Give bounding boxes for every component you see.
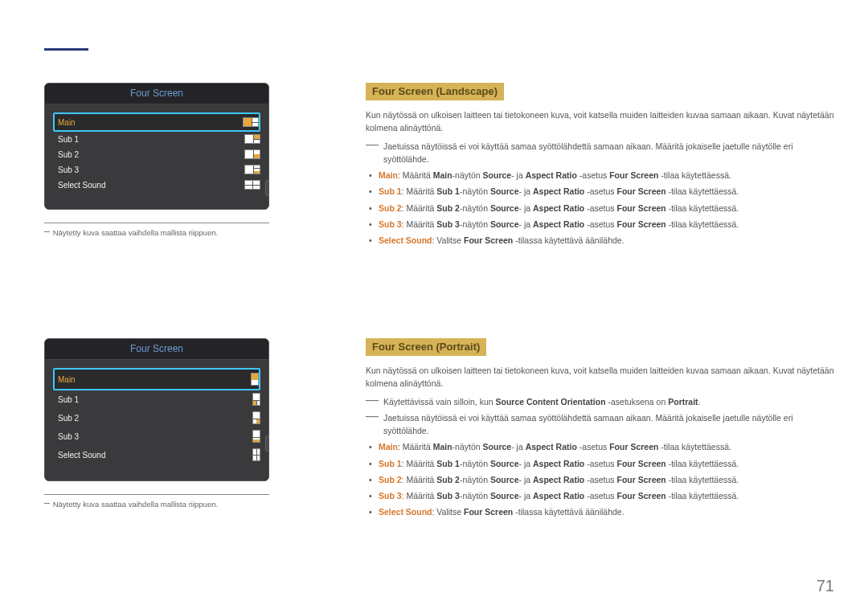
landscape-intro: Kun näytössä on ulkoisen laitteen tai ti… <box>366 108 836 135</box>
menu-item-main[interactable]: Main <box>53 112 260 132</box>
bullet-main: Main: Määritä Main-näytön Source- ja Asp… <box>379 440 836 453</box>
bullet-main: Main: Määritä Main-näytön Source- ja Asp… <box>379 169 836 182</box>
layout-icon-sub1 <box>244 134 260 144</box>
caption-text: Näytetty kuva saattaa vaihdella mallista… <box>53 500 218 509</box>
bullet-select-sound: Select Sound: Valitse Four Screen -tilas… <box>379 505 836 518</box>
menu-label: Main <box>58 118 235 127</box>
caption-text: Näytetty kuva saattaa vaihdella mallista… <box>53 228 218 238</box>
menu-label: Sub 2 <box>58 150 236 159</box>
page-number: 71 <box>817 577 834 595</box>
close-button[interactable]: Close <box>265 435 269 452</box>
note-text: Jaetuissa näytöissä ei voi käyttää samaa… <box>383 140 836 166</box>
section-heading-portrait: Four Screen (Portrait) <box>366 338 486 356</box>
header-rule <box>44 48 88 51</box>
menu-label: Sub 1 <box>58 395 244 404</box>
layout-icon-sub2 <box>244 149 260 159</box>
landscape-note: ― Jaetuissa näytöissä ei voi käyttää sam… <box>366 140 836 166</box>
menu-item-sub2[interactable]: Sub 2 <box>53 409 260 427</box>
screenshot-title: Four Screen <box>45 339 268 360</box>
menu-label: Sub 3 <box>58 432 244 441</box>
menu-item-sub3[interactable]: Sub 3 <box>53 162 260 178</box>
portrait-note: ― Jaetuissa näytöissä ei voi käyttää sam… <box>366 411 836 438</box>
menu-label: Sub 2 <box>58 414 244 423</box>
caption-divider <box>44 494 269 495</box>
menu-item-sub3[interactable]: Sub 3 <box>53 427 260 446</box>
note-text: Jaetuissa näytöissä ei voi käyttää samaa… <box>383 411 836 438</box>
bullet-sub2: Sub 2: Määritä Sub 2-näytön Source- ja A… <box>379 202 836 215</box>
screenshot-caption: – Näytetty kuva saattaa vaihdella mallis… <box>44 500 309 509</box>
bullet-sub3: Sub 3: Määritä Sub 3-näytön Source- ja A… <box>379 489 836 502</box>
screenshot-landscape: Four Screen Main Sub 1 Sub 2 <box>44 83 269 210</box>
bullet-select-sound: Select Sound: Valitse Four Screen -tilas… <box>379 234 836 247</box>
landscape-bullet-list: Main: Määritä Main-näytön Source- ja Asp… <box>366 169 836 247</box>
menu-label: Select Sound <box>58 451 244 460</box>
menu-item-select-sound[interactable]: Select Sound <box>53 446 260 464</box>
note-text: Käytettävissä vain silloin, kun Source C… <box>383 395 700 408</box>
menu-label: Select Sound <box>58 181 236 190</box>
portrait-bullet-list: Main: Määritä Main-näytön Source- ja Asp… <box>366 440 836 518</box>
portrait-intro: Kun näytössä on ulkoisen laitteen tai ti… <box>366 364 836 390</box>
layout-icon-ss <box>244 180 260 190</box>
screenshot-title: Four Screen <box>45 84 268 104</box>
caption-dash: – <box>44 500 50 509</box>
caption-dash: – <box>44 228 50 238</box>
layout-icon-main <box>243 117 259 127</box>
layout-icon-ss <box>252 448 260 461</box>
bullet-sub1: Sub 1: Määritä Sub 1-näytön Source- ja A… <box>379 185 836 198</box>
note-dash-icon: ― <box>366 411 379 438</box>
note-dash-icon: ― <box>366 395 379 408</box>
menu-label: Sub 1 <box>58 135 236 144</box>
close-button[interactable]: Close <box>265 180 269 196</box>
bullet-sub2: Sub 2: Määritä Sub 2-näytön Source- ja A… <box>379 473 836 486</box>
menu-label: Main <box>58 375 243 384</box>
section-heading-landscape: Four Screen (Landscape) <box>366 83 504 100</box>
screenshot-caption: – Näytetty kuva saattaa vaihdella mallis… <box>44 228 309 238</box>
menu-item-sub2[interactable]: Sub 2 <box>53 147 260 162</box>
menu-label: Sub 3 <box>58 166 236 174</box>
menu-item-sub1[interactable]: Sub 1 <box>53 132 260 147</box>
menu-item-select-sound[interactable]: Select Sound <box>53 178 260 193</box>
caption-divider <box>44 223 269 223</box>
layout-icon-sub1 <box>252 393 260 406</box>
bullet-sub3: Sub 3: Määritä Sub 3-näytön Source- ja A… <box>379 218 836 231</box>
layout-icon-sub3 <box>244 165 260 174</box>
layout-icon-main <box>251 373 259 386</box>
menu-item-sub1[interactable]: Sub 1 <box>53 390 260 409</box>
layout-icon-sub2 <box>252 411 260 424</box>
note-dash-icon: ― <box>366 140 379 166</box>
menu-item-main[interactable]: Main <box>53 368 260 390</box>
screenshot-portrait: Four Screen Main Sub 1 Sub 2 <box>44 338 269 481</box>
layout-icon-sub3 <box>252 430 260 443</box>
bullet-sub1: Sub 1: Määritä Sub 1-näytön Source- ja A… <box>379 457 836 470</box>
portrait-note-orientation: ― Käytettävissä vain silloin, kun Source… <box>366 395 836 408</box>
